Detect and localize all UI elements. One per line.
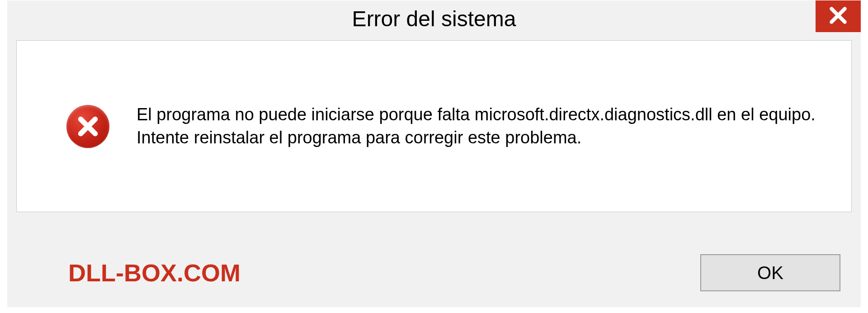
close-icon [828, 5, 848, 27]
titlebar: Error del sistema [7, 0, 861, 37]
dialog-title: Error del sistema [352, 6, 516, 31]
error-dialog: Error del sistema El programa no puede i… [7, 0, 861, 308]
watermark-text: DLL-BOX.COM [68, 259, 241, 287]
close-button[interactable] [816, 0, 861, 32]
error-icon [66, 105, 109, 148]
error-message: El programa no puede iniciarse porque fa… [137, 103, 824, 150]
bottom-row: DLL-BOX.COM OK [7, 254, 861, 291]
content-panel: El programa no puede iniciarse porque fa… [16, 40, 852, 212]
ok-button[interactable]: OK [700, 254, 840, 291]
